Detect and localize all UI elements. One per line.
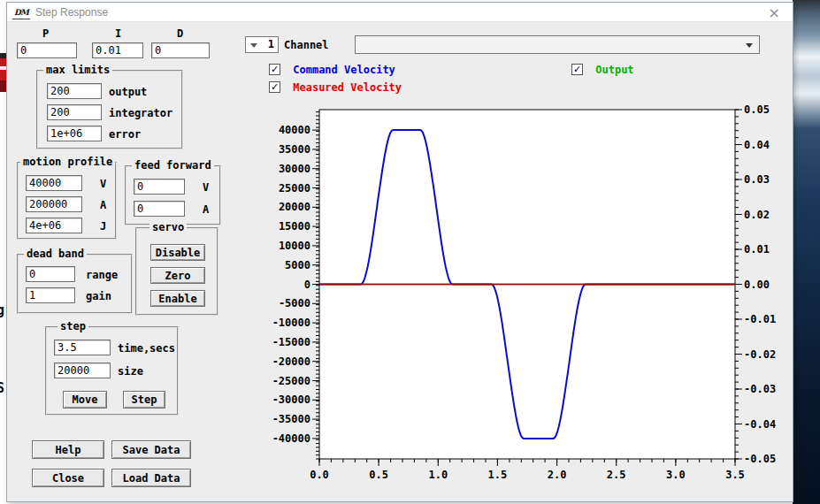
- svg-text:1.5: 1.5: [488, 469, 508, 481]
- command-velocity-checkbox[interactable]: ✓ Command Velocity: [269, 64, 395, 77]
- svg-text:35000: 35000: [279, 143, 310, 156]
- svg-text:5000: 5000: [285, 259, 310, 271]
- deadband-gain-input[interactable]: [26, 287, 75, 303]
- max-output-input[interactable]: [47, 83, 102, 99]
- load-data-button[interactable]: Load Data: [111, 469, 191, 487]
- zero-button[interactable]: Zero: [150, 267, 205, 284]
- deadband-gain-label: gain: [86, 290, 111, 302]
- svg-text:0.00: 0.00: [744, 279, 770, 291]
- measured-velocity-label: Measured Velocity: [293, 81, 402, 94]
- step-button[interactable]: Step: [123, 391, 165, 409]
- svg-text:0.0: 0.0: [310, 469, 329, 481]
- step-size-label: size: [118, 365, 143, 378]
- save-data-button[interactable]: Save Data: [111, 440, 191, 459]
- svg-text:1.0: 1.0: [428, 469, 448, 481]
- svg-text:0: 0: [304, 279, 310, 291]
- profile-jerk-input[interactable]: [26, 218, 82, 233]
- ff-accel-label: A: [203, 203, 209, 216]
- deadband-range-label: range: [86, 269, 118, 281]
- max-output-label: output: [109, 86, 147, 98]
- i-label: I: [115, 27, 121, 40]
- checkmark-icon: ✓: [269, 81, 280, 93]
- svg-text:-10000: -10000: [272, 317, 310, 329]
- svg-text:-0.01: -0.01: [744, 313, 776, 325]
- profile-jerk-label: J: [100, 220, 106, 233]
- svg-text:-0.05: -0.05: [744, 453, 776, 465]
- svg-text:-35000: -35000: [272, 413, 310, 425]
- profile-accel-input[interactable]: [26, 196, 82, 212]
- disable-button[interactable]: Disable: [150, 244, 205, 261]
- move-button[interactable]: Move: [63, 391, 107, 409]
- output-checkbox[interactable]: ✓ Output: [571, 64, 634, 77]
- svg-text:10000: 10000: [279, 240, 310, 252]
- d-label: D: [177, 27, 183, 40]
- svg-text:-0.02: -0.02: [744, 348, 776, 361]
- close-icon[interactable]: ×: [769, 4, 780, 21]
- svg-text:-20000: -20000: [272, 355, 310, 368]
- step-response-window: DM Step Response × P I D max limits outp…: [6, 2, 793, 502]
- servo-group: servo Disable Zero Enable: [135, 227, 218, 316]
- svg-text:25000: 25000: [279, 182, 310, 195]
- svg-text:30000: 30000: [279, 163, 310, 175]
- step-size-input[interactable]: [54, 363, 111, 378]
- svg-text:-0.03: -0.03: [744, 383, 776, 395]
- svg-text:-15000: -15000: [272, 336, 310, 348]
- svg-text:0.04: 0.04: [744, 139, 770, 151]
- step-title: step: [57, 320, 88, 332]
- dead-band-group: dead band range gain: [17, 254, 133, 314]
- ff-accel-input[interactable]: [134, 201, 185, 217]
- command-velocity-label: Command Velocity: [293, 64, 395, 76]
- step-group: step time,secs size Move Step: [45, 326, 179, 416]
- svg-text:-25000: -25000: [272, 375, 310, 387]
- svg-text:3.5: 3.5: [725, 469, 745, 481]
- help-button[interactable]: Help: [32, 440, 104, 459]
- channel-select[interactable]: 1: [245, 36, 279, 53]
- channel-value: 1: [268, 38, 274, 50]
- svg-text:2.0: 2.0: [548, 469, 567, 481]
- chevron-down-icon: [250, 43, 257, 48]
- deadband-range-input[interactable]: [26, 266, 75, 282]
- checkmark-icon: ✓: [269, 64, 280, 75]
- svg-text:0.02: 0.02: [744, 209, 770, 221]
- svg-text:-0.04: -0.04: [744, 418, 776, 431]
- p-label: P: [42, 27, 49, 40]
- background-window-strip: g S: [0, 0, 6, 504]
- close-button[interactable]: Close: [32, 469, 104, 487]
- measured-velocity-checkbox[interactable]: ✓ Measured Velocity: [269, 81, 402, 95]
- dead-band-title: dead band: [24, 248, 87, 260]
- i-input[interactable]: [92, 42, 143, 58]
- svg-text:3.0: 3.0: [666, 469, 686, 481]
- checkmark-icon: ✓: [571, 64, 583, 75]
- d-input[interactable]: [151, 42, 210, 58]
- p-input[interactable]: [17, 42, 77, 58]
- max-integrator-input[interactable]: [47, 104, 102, 120]
- svg-text:0.01: 0.01: [744, 243, 770, 256]
- step-time-input[interactable]: [54, 340, 111, 355]
- plot-type-combobox[interactable]: Plot: Velocity, Output vs Time, secs: [355, 35, 760, 54]
- max-limits-group: max limits output integrator error: [36, 70, 183, 149]
- output-label: Output: [595, 64, 633, 76]
- feed-forward-group: feed forward V A: [125, 165, 221, 225]
- channel-label: Channel: [284, 39, 329, 51]
- enable-button[interactable]: Enable: [150, 290, 205, 307]
- background-icon-fragment: [0, 53, 6, 92]
- servo-title: servo: [149, 221, 187, 233]
- max-limits-title: max limits: [43, 64, 112, 76]
- motion-profile-title: motion profile: [20, 156, 115, 168]
- step-response-chart: 0.00.51.01.52.02.53.03.54000035000300002…: [266, 101, 788, 499]
- ff-velocity-input[interactable]: [134, 179, 185, 195]
- svg-text:0.5: 0.5: [369, 469, 388, 481]
- titlebar[interactable]: DM Step Response ×: [7, 3, 793, 22]
- ff-velocity-label: V: [203, 181, 209, 194]
- svg-text:-40000: -40000: [272, 432, 310, 445]
- svg-text:-30000: -30000: [272, 393, 310, 406]
- svg-text:40000: 40000: [279, 124, 310, 136]
- max-error-input[interactable]: [47, 126, 102, 141]
- profile-accel-label: A: [100, 199, 106, 211]
- chart-canvas: 0.00.51.01.52.02.53.03.54000035000300002…: [266, 101, 788, 499]
- window-title: Step Response: [35, 6, 108, 19]
- svg-text:15000: 15000: [279, 220, 310, 233]
- max-error-label: error: [109, 128, 141, 141]
- profile-velocity-input[interactable]: [26, 175, 82, 191]
- step-time-label: time,secs: [118, 342, 175, 355]
